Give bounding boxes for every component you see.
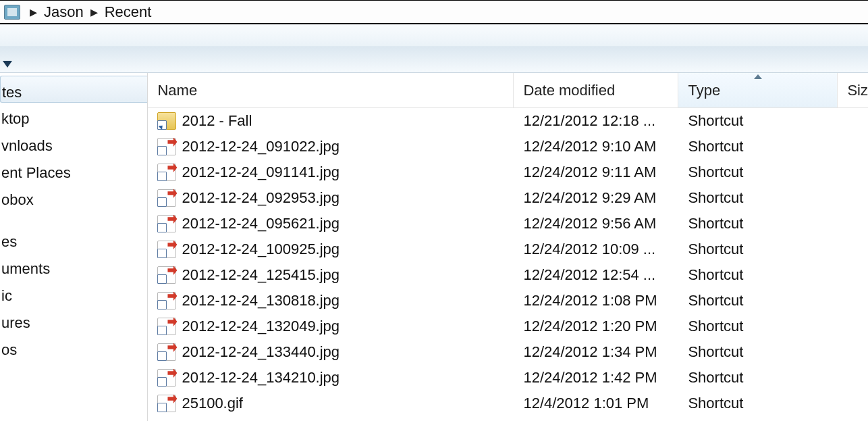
file-row[interactable]: 25100.gif12/4/2012 1:01 PMShortcut	[148, 391, 868, 416]
file-row[interactable]: 2012-12-24_134210.jpg12/24/2012 1:42 PMS…	[148, 365, 868, 391]
file-name: 2012 - Fall	[182, 112, 252, 130]
cell-name: 2012-12-24_134210.jpg	[148, 369, 514, 387]
cell-name: 2012-12-24_091141.jpg	[148, 164, 514, 181]
location-icon	[4, 5, 20, 20]
column-label: Type	[688, 82, 720, 99]
file-row[interactable]: 2012-12-24_092953.jpg12/24/2012 9:29 AMS…	[148, 185, 868, 211]
cell-name: 2012-12-24_095621.jpg	[148, 215, 514, 232]
image-shortcut-icon	[157, 369, 176, 387]
cell-date: 12/24/2012 1:34 PM	[514, 343, 678, 361]
cell-date: 12/24/2012 9:56 AM	[514, 215, 678, 232]
image-shortcut-icon	[157, 343, 176, 361]
svg-marker-0	[3, 61, 12, 68]
column-label: Siz	[847, 82, 868, 99]
image-shortcut-icon	[157, 241, 176, 258]
cell-name: 2012-12-24_130818.jpg	[148, 292, 514, 309]
column-label: Name	[157, 82, 197, 99]
column-header-name[interactable]: Name	[148, 73, 514, 107]
image-shortcut-icon	[157, 292, 176, 309]
file-row[interactable]: 2012-12-24_133440.jpg12/24/2012 1:34 PMS…	[148, 339, 868, 365]
cell-date: 12/24/2012 1:42 PM	[514, 369, 678, 387]
sidebar-item[interactable]: ic	[0, 280, 147, 307]
sidebar-item[interactable]: tes	[0, 76, 147, 103]
file-name: 2012-12-24_132049.jpg	[182, 318, 340, 335]
cell-type: Shortcut	[678, 318, 838, 335]
column-header-date[interactable]: Date modified	[514, 73, 678, 107]
sidebar-item[interactable]: uments	[0, 253, 147, 280]
sidebar-item[interactable]: ent Places	[0, 157, 147, 184]
folder-shortcut-icon	[157, 112, 176, 130]
cell-date: 12/24/2012 9:10 AM	[514, 138, 678, 155]
image-shortcut-icon	[157, 266, 176, 284]
column-header-size[interactable]: Siz	[838, 73, 868, 107]
sidebar-item[interactable]: vnloads	[0, 130, 147, 157]
file-name: 2012-12-24_091141.jpg	[182, 164, 340, 181]
main-split: tesktopvnloadsent Placesoboxesumentsicur…	[0, 73, 868, 421]
cell-name: 25100.gif	[148, 395, 514, 412]
file-row[interactable]: 2012-12-24_132049.jpg12/24/2012 1:20 PMS…	[148, 314, 868, 339]
cell-date: 12/24/2012 1:08 PM	[514, 292, 678, 309]
image-shortcut-icon	[157, 164, 176, 181]
file-row[interactable]: 2012-12-24_095621.jpg12/24/2012 9:56 AMS…	[148, 211, 868, 237]
cell-type: Shortcut	[678, 266, 838, 284]
sidebar-item[interactable]: ktop	[0, 103, 147, 130]
cell-name: 2012-12-24_091022.jpg	[148, 138, 514, 155]
file-name: 2012-12-24_091022.jpg	[182, 138, 340, 155]
cell-date: 12/21/2012 12:18 ...	[514, 112, 678, 130]
file-name: 25100.gif	[182, 395, 243, 412]
file-row[interactable]: 2012-12-24_091141.jpg12/24/2012 9:11 AMS…	[148, 159, 868, 185]
cell-date: 12/24/2012 9:29 AM	[514, 189, 678, 207]
cell-type: Shortcut	[678, 138, 838, 155]
column-header-type[interactable]: Type	[678, 73, 838, 107]
image-shortcut-icon	[157, 215, 176, 232]
crumb-sep-icon: ▸	[30, 3, 37, 21]
cell-name: 2012-12-24_092953.jpg	[148, 189, 514, 207]
cell-name: 2012-12-24_132049.jpg	[148, 318, 514, 335]
file-name: 2012-12-24_134210.jpg	[182, 369, 340, 387]
cell-type: Shortcut	[678, 395, 838, 412]
cell-date: 12/24/2012 1:20 PM	[514, 318, 678, 335]
cell-name: 2012-12-24_133440.jpg	[148, 343, 514, 361]
sort-ascending-icon	[754, 74, 762, 79]
nav-sidebar: tesktopvnloadsent Placesoboxesumentsicur…	[0, 73, 148, 421]
cell-type: Shortcut	[678, 292, 838, 309]
file-name: 2012-12-24_125415.jpg	[182, 266, 340, 284]
file-row[interactable]: 2012-12-24_130818.jpg12/24/2012 1:08 PMS…	[148, 288, 868, 314]
cell-type: Shortcut	[678, 343, 838, 361]
file-row[interactable]: 2012-12-24_125415.jpg12/24/2012 12:54 ..…	[148, 262, 868, 288]
file-name: 2012-12-24_095621.jpg	[182, 215, 340, 232]
cell-name: 2012 - Fall	[148, 112, 514, 130]
file-row[interactable]: 2012-12-24_100925.jpg12/24/2012 10:09 ..…	[148, 237, 868, 262]
file-row[interactable]: 2012-12-24_091022.jpg12/24/2012 9:10 AMS…	[148, 134, 868, 159]
file-name: 2012-12-24_133440.jpg	[182, 343, 340, 361]
sidebar-item[interactable]: es	[0, 226, 147, 253]
file-name: 2012-12-24_130818.jpg	[182, 292, 340, 309]
cell-name: 2012-12-24_100925.jpg	[148, 241, 514, 258]
cell-type: Shortcut	[678, 215, 838, 232]
cell-type: Shortcut	[678, 241, 838, 258]
cell-type: Shortcut	[678, 369, 838, 387]
sidebar-item[interactable]: obox	[0, 184, 147, 211]
breadcrumb-part[interactable]: Recent	[105, 3, 152, 21]
file-list-pane: Name Date modified Type Siz 2012 - Fall1…	[148, 73, 868, 421]
column-label: Date modified	[523, 82, 615, 99]
cell-type: Shortcut	[678, 189, 838, 207]
sidebar-item[interactable]: ures	[0, 307, 147, 334]
breadcrumb-part[interactable]: Jason	[44, 3, 84, 21]
toolbar	[0, 24, 868, 73]
cell-type: Shortcut	[678, 164, 838, 181]
sidebar-item[interactable]: os	[0, 334, 147, 361]
image-shortcut-icon	[157, 395, 176, 412]
image-shortcut-icon	[157, 318, 176, 335]
address-bar[interactable]: ▸ Jason ▸ Recent	[0, 0, 868, 24]
organize-menu-dropdown[interactable]	[0, 56, 15, 72]
column-headers: Name Date modified Type Siz	[148, 73, 868, 108]
file-row[interactable]: 2012 - Fall12/21/2012 12:18 ...Shortcut	[148, 108, 868, 134]
file-name: 2012-12-24_100925.jpg	[182, 241, 340, 258]
cell-date: 12/4/2012 1:01 PM	[514, 395, 678, 412]
file-name: 2012-12-24_092953.jpg	[182, 189, 340, 207]
cell-date: 12/24/2012 10:09 ...	[514, 241, 678, 258]
cell-date: 12/24/2012 12:54 ...	[514, 266, 678, 284]
file-rows: 2012 - Fall12/21/2012 12:18 ...Shortcut2…	[148, 108, 868, 421]
sidebar-spacer	[0, 211, 147, 226]
